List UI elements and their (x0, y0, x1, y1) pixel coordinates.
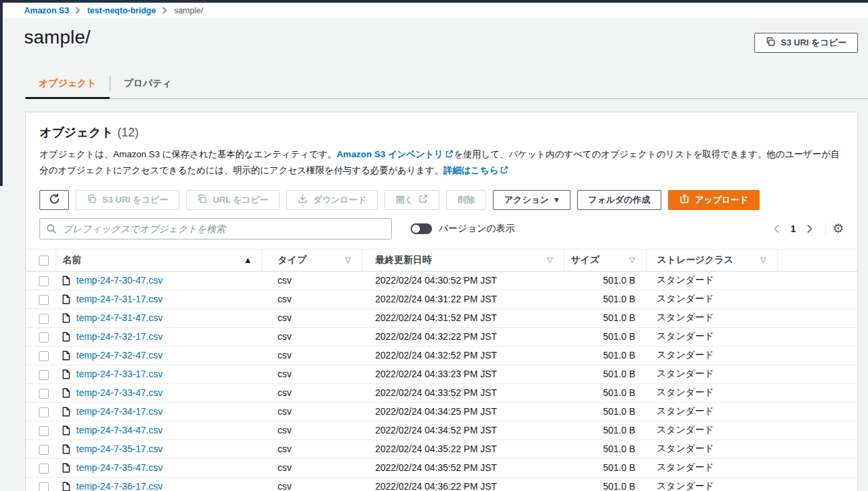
console-left-edge (0, 0, 3, 186)
object-storage-class: スタンダード (646, 402, 777, 421)
filler-cell (777, 421, 857, 439)
object-name-link[interactable]: temp-24-7-31-17.csv (76, 294, 162, 304)
object-type: csv (261, 290, 362, 308)
refresh-button[interactable] (39, 190, 69, 210)
select-all-checkbox[interactable] (39, 256, 49, 266)
column-header-name[interactable]: 名前▲ (56, 249, 261, 271)
object-storage-class: スタンダード (646, 383, 777, 402)
gear-icon: ⚙ (833, 221, 844, 235)
object-size: 501.0 B (564, 271, 646, 290)
object-name-link[interactable]: temp-24-7-34-17.csv (76, 406, 162, 417)
filler-cell (777, 402, 857, 421)
breadcrumb: Amazon S3 test-neqto-bridge sample/ (0, 3, 868, 18)
object-type: csv (261, 383, 362, 402)
row-checkbox[interactable] (39, 370, 49, 380)
table-row: temp-24-7-35-47.csv csv 2022/02/24 04:35… (26, 458, 857, 477)
object-name-link[interactable]: temp-24-7-32-17.csv (76, 331, 162, 342)
object-name-link[interactable]: temp-24-7-32-47.csv (76, 350, 162, 361)
file-icon (62, 332, 70, 342)
column-header-type[interactable]: タイプ▽ (261, 249, 362, 271)
row-checkbox[interactable] (39, 407, 49, 417)
sort-filter-icon: ▽ (547, 256, 552, 264)
copy-s3-uri-header-button[interactable]: S3 URI をコピー (754, 33, 858, 53)
page-title: sample/ (24, 27, 90, 48)
column-header-last-modified[interactable]: 最終更新日時▽ (362, 249, 564, 271)
next-page-button[interactable] (802, 221, 817, 236)
object-name-link[interactable]: temp-24-7-33-47.csv (76, 387, 162, 398)
prefix-search-input[interactable] (39, 218, 392, 239)
tab-bar: オブジェクト プロパティ (25, 71, 868, 99)
actions-dropdown-button[interactable]: アクション ▼ (493, 190, 570, 210)
show-versions-toggle[interactable] (411, 223, 432, 234)
filler-cell (777, 365, 857, 383)
object-last-modified: 2022/02/24 04:32:52 PM JST (362, 346, 564, 365)
copy-url-button[interactable]: URL をコピー (186, 190, 280, 210)
column-header-size[interactable]: サイズ▽ (564, 249, 646, 271)
object-size: 501.0 B (564, 308, 646, 327)
preferences-gear-button[interactable]: ⚙ (833, 222, 844, 235)
filler-cell (777, 383, 857, 402)
row-checkbox[interactable] (39, 445, 49, 455)
row-checkbox[interactable] (39, 389, 49, 399)
file-icon (62, 369, 70, 379)
breadcrumb-link-bucket[interactable]: test-neqto-bridge (87, 6, 156, 15)
row-checkbox[interactable] (39, 464, 49, 474)
table-row: temp-24-7-32-17.csv csv 2022/02/24 04:32… (26, 327, 857, 346)
filler-cell (777, 458, 857, 477)
search-icon (46, 223, 57, 236)
row-checkbox[interactable] (39, 332, 49, 342)
table-row: temp-24-7-34-47.csv csv 2022/02/24 04:34… (26, 421, 857, 439)
row-checkbox[interactable] (39, 295, 49, 305)
file-icon (62, 313, 70, 323)
object-storage-class: スタンダード (646, 421, 777, 439)
row-checkbox[interactable] (39, 276, 49, 286)
inventory-link[interactable]: Amazon S3 インベントリ (336, 149, 453, 159)
sort-filter-icon: ▽ (629, 256, 635, 264)
open-button[interactable]: 開く (385, 190, 439, 210)
object-size: 501.0 B (564, 327, 646, 346)
row-checkbox[interactable] (39, 482, 49, 491)
object-last-modified: 2022/02/24 04:34:52 PM JST (362, 421, 564, 439)
external-link-icon (445, 150, 453, 160)
object-name-link[interactable]: temp-24-7-34-47.csv (76, 425, 162, 435)
create-folder-button[interactable]: フォルダの作成 (577, 190, 662, 210)
sort-filter-icon: ▽ (760, 256, 766, 264)
object-type: csv (261, 458, 362, 477)
file-icon (62, 407, 70, 417)
table-row: temp-24-7-35-17.csv csv 2022/02/24 04:35… (26, 439, 857, 458)
row-checkbox[interactable] (39, 351, 49, 361)
object-count: (12) (118, 126, 139, 139)
column-header-storage-class[interactable]: ストレージクラス▽ (646, 249, 777, 271)
chevron-right-icon (75, 7, 81, 14)
filler-cell (777, 308, 857, 327)
breadcrumb-link-amazon-s3[interactable]: Amazon S3 (24, 6, 69, 15)
object-name-link[interactable]: temp-24-7-31-47.csv (76, 312, 162, 323)
learn-more-link[interactable]: 詳細はこちら (443, 165, 509, 175)
object-table-body: temp-24-7-30-47.csv csv 2022/02/24 04:30… (26, 271, 857, 491)
object-name-link[interactable]: temp-24-7-33-17.csv (76, 369, 162, 379)
object-name-link[interactable]: temp-24-7-30-47.csv (76, 275, 162, 286)
object-name-link[interactable]: temp-24-7-35-17.csv (76, 444, 162, 454)
external-link-icon (419, 194, 428, 205)
previous-page-button[interactable] (769, 221, 784, 236)
download-button[interactable]: ダウンロード (286, 190, 378, 210)
row-checkbox[interactable] (39, 314, 49, 324)
row-checkbox[interactable] (39, 426, 49, 436)
show-versions-label: バージョンの表示 (439, 223, 515, 235)
console-top-edge (0, 0, 868, 3)
copy-s3-uri-button[interactable]: S3 URI をコピー (76, 190, 179, 210)
sort-filter-icon: ▽ (345, 256, 350, 264)
tab-objects[interactable]: オブジェクト (25, 71, 110, 98)
page-number[interactable]: 1 (790, 223, 796, 234)
upload-button[interactable]: アップロード (668, 190, 760, 210)
tab-properties[interactable]: プロパティ (110, 71, 185, 98)
object-storage-class: スタンダード (646, 458, 777, 477)
object-name-link[interactable]: temp-24-7-36-17.csv (76, 481, 162, 491)
object-size: 501.0 B (564, 458, 646, 477)
object-name-link[interactable]: temp-24-7-35-47.csv (76, 462, 162, 473)
table-row: temp-24-7-36-17.csv csv 2022/02/24 04:36… (26, 477, 857, 491)
object-type: csv (261, 346, 362, 365)
table-row: temp-24-7-34-17.csv csv 2022/02/24 04:34… (26, 402, 857, 421)
object-last-modified: 2022/02/24 04:35:22 PM JST (362, 439, 564, 458)
delete-button[interactable]: 削除 (446, 190, 486, 210)
